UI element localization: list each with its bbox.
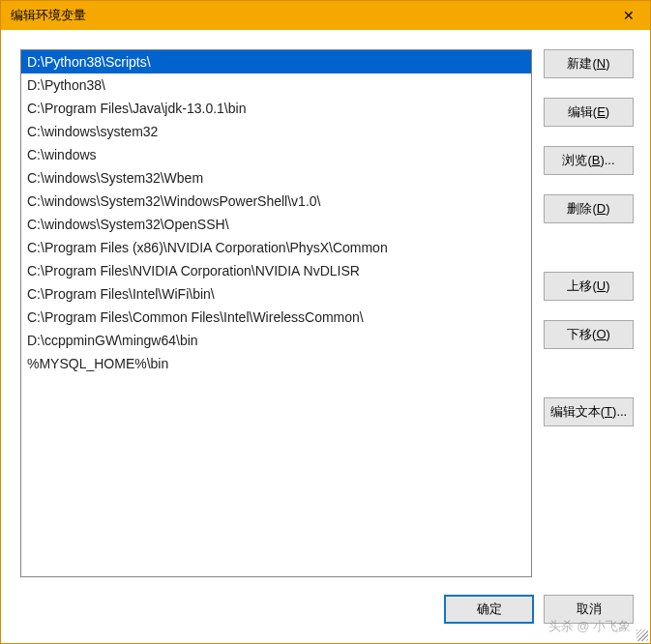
cancel-button[interactable]: 取消 bbox=[544, 595, 634, 624]
close-icon: ✕ bbox=[623, 8, 635, 23]
list-item[interactable]: C:\windows\System32\Wbem bbox=[21, 166, 531, 190]
list-item[interactable]: %MYSQL_HOME%\bin bbox=[21, 352, 531, 375]
list-item[interactable]: D:\Python38\Scripts\ bbox=[21, 50, 531, 73]
new-button[interactable]: 新建(N) bbox=[544, 49, 634, 78]
list-item[interactable]: C:\windows\System32\WindowsPowerShell\v1… bbox=[21, 190, 531, 213]
move-up-button[interactable]: 上移(U) bbox=[544, 272, 634, 301]
list-item[interactable]: C:\windows\system32 bbox=[21, 120, 531, 143]
delete-button[interactable]: 删除(D) bbox=[544, 194, 634, 223]
close-button[interactable]: ✕ bbox=[607, 1, 650, 30]
list-item[interactable]: C:\Program Files\Common Files\Intel\Wire… bbox=[21, 306, 531, 329]
button-column: 新建(N) 编辑(E) 浏览(B)... 删除(D) 上移(U) 下移(O) 编… bbox=[544, 49, 634, 577]
list-item[interactable]: C:\Program Files\NVIDIA Corporation\NVID… bbox=[21, 259, 531, 282]
list-item[interactable]: C:\Program Files (x86)\NVIDIA Corporatio… bbox=[21, 236, 531, 259]
dialog-footer: 确定 取消 bbox=[1, 587, 650, 638]
list-item[interactable]: D:\ccppminGW\mingw64\bin bbox=[21, 329, 531, 352]
edit-button[interactable]: 编辑(E) bbox=[544, 98, 634, 127]
list-item[interactable]: C:\windows\System32\OpenSSH\ bbox=[21, 213, 531, 236]
window-title: 编辑环境变量 bbox=[11, 7, 86, 24]
edit-text-button[interactable]: 编辑文本(T)... bbox=[544, 397, 634, 426]
ok-button[interactable]: 确定 bbox=[444, 595, 534, 624]
browse-button[interactable]: 浏览(B)... bbox=[544, 146, 634, 175]
list-item[interactable]: C:\windows bbox=[21, 143, 531, 166]
titlebar: 编辑环境变量 ✕ bbox=[1, 1, 650, 30]
list-item[interactable]: C:\Program Files\Intel\WiFi\bin\ bbox=[21, 282, 531, 306]
list-item[interactable]: C:\Program Files\Java\jdk-13.0.1\bin bbox=[21, 97, 531, 120]
path-listbox[interactable]: D:\Python38\Scripts\D:\Python38\C:\Progr… bbox=[20, 49, 532, 577]
move-down-button[interactable]: 下移(O) bbox=[544, 320, 634, 349]
content-area: D:\Python38\Scripts\D:\Python38\C:\Progr… bbox=[1, 30, 650, 587]
list-item[interactable]: D:\Python38\ bbox=[21, 73, 531, 97]
